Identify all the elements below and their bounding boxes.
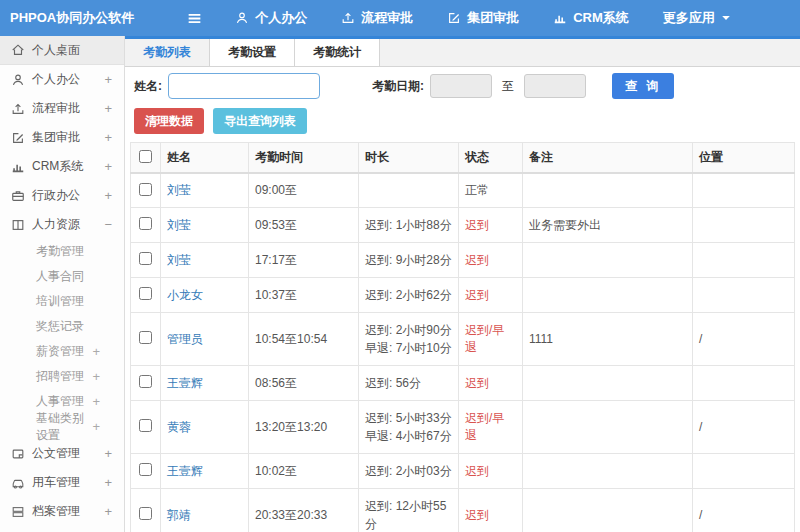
nav-item-more-apps[interactable]: 更多应用 <box>663 9 731 27</box>
top-nav-menu: 个人办公流程审批集团审批CRM系统更多应用 <box>235 9 765 27</box>
employee-name-link[interactable]: 王壹辉 <box>167 464 203 478</box>
sidebar-subitem-training-management[interactable]: 培训管理 <box>0 289 124 314</box>
nav-item-workflow-approval[interactable]: 流程审批 <box>341 9 413 27</box>
duration-cell: 迟到: 5小时33分 早退: 4小时67分 <box>359 401 459 454</box>
sidebar-item-label: 个人办公 <box>32 71 80 88</box>
edit-icon <box>11 131 25 145</box>
name-filter-input[interactable] <box>168 73 320 99</box>
note-cell: 业务需要外出 <box>523 208 693 243</box>
nav-item-personal-office[interactable]: 个人办公 <box>235 9 307 27</box>
employee-name-link[interactable]: 刘莹 <box>167 253 191 267</box>
home-icon <box>11 43 25 57</box>
sidebar-item-label: 个人桌面 <box>32 42 80 59</box>
table-row: 黄蓉13:20至13:20迟到: 5小时33分 早退: 4小时67分迟到/早退/ <box>131 401 795 454</box>
duration-cell: 迟到: 56分 <box>359 366 459 401</box>
menu-toggle-icon[interactable] <box>186 10 203 27</box>
location-cell: / <box>693 313 795 366</box>
date-from-input[interactable] <box>430 74 492 98</box>
name-cell: 小龙女 <box>161 278 249 313</box>
sidebar-subitem-attendance-management[interactable]: 考勤管理 <box>0 239 124 264</box>
sidebar-subitem-personnel-contract[interactable]: 人事合同 <box>0 264 124 289</box>
note-cell <box>523 173 693 208</box>
time-cell: 13:20至13:20 <box>249 401 359 454</box>
name-cell: 郭靖 <box>161 489 249 532</box>
clean-data-button[interactable]: 清理数据 <box>134 108 204 134</box>
employee-name-link[interactable]: 管理员 <box>167 332 203 346</box>
tab-attendance-list[interactable]: 考勤列表 <box>125 39 210 66</box>
sidebar-item-crm-system[interactable]: CRM系统+ <box>0 152 124 181</box>
employee-name-link[interactable]: 刘莹 <box>167 218 191 232</box>
nav-item-crm-system[interactable]: CRM系统 <box>553 9 629 27</box>
row-checkbox[interactable] <box>139 252 152 265</box>
edit-icon <box>447 11 461 25</box>
employee-name-link[interactable]: 郭靖 <box>167 508 191 522</box>
column-header: 考勤时间 <box>249 143 359 174</box>
status-badge: 迟到 <box>465 253 489 267</box>
nav-item-label: 更多应用 <box>663 9 715 27</box>
employee-name-link[interactable]: 刘莹 <box>167 183 191 197</box>
user-icon <box>235 11 249 25</box>
employee-name-link[interactable]: 王壹辉 <box>167 376 203 390</box>
app-brand: PHPOA协同办公软件 <box>0 9 134 27</box>
sidebar: 个人桌面个人办公+流程审批+集团审批+CRM系统+行政办公+人力资源−考勤管理人… <box>0 36 125 532</box>
status-badge: 迟到/早退 <box>465 323 504 354</box>
sidebar-subitem-basic-category-settings[interactable]: 基础类别设置+ <box>0 414 124 439</box>
sidebar-item-personal-desktop[interactable]: 个人桌面 <box>0 36 124 65</box>
search-button[interactable]: 查 询 <box>612 73 674 99</box>
row-checkbox[interactable] <box>139 419 152 432</box>
sidebar-item-archive-management[interactable]: 档案管理+ <box>0 497 124 526</box>
employee-name-link[interactable]: 小龙女 <box>167 288 203 302</box>
row-select-cell <box>131 278 161 313</box>
filter-bar: 姓名: 考勤日期: 至 查 询 <box>125 67 800 105</box>
note-cell <box>523 366 693 401</box>
tab-attendance-setup[interactable]: 考勤设置 <box>210 39 295 66</box>
name-cell: 管理员 <box>161 313 249 366</box>
sidebar-item-admin-office[interactable]: 行政办公+ <box>0 181 124 210</box>
row-checkbox[interactable] <box>139 463 152 476</box>
user-icon <box>11 73 25 87</box>
location-cell: / <box>693 401 795 454</box>
sidebar-subitem-label: 基础类别设置 <box>36 410 92 444</box>
time-cell: 08:56至 <box>249 366 359 401</box>
sidebar-subitem-reward-punishment[interactable]: 奖惩记录 <box>0 314 124 339</box>
row-checkbox[interactable] <box>139 217 152 230</box>
table-row: 王壹辉10:02至迟到: 2小时03分迟到 <box>131 454 795 489</box>
sidebar-item-workflow-approval[interactable]: 流程审批+ <box>0 94 124 123</box>
sidebar-subitem-label: 奖惩记录 <box>36 318 84 335</box>
nav-item-group-approval[interactable]: 集团审批 <box>447 9 519 27</box>
row-checkbox[interactable] <box>139 287 152 300</box>
row-checkbox[interactable] <box>139 183 152 196</box>
status-badge: 迟到 <box>465 508 489 522</box>
sidebar-item-vehicle-management[interactable]: 用车管理+ <box>0 468 124 497</box>
row-checkbox[interactable] <box>139 331 152 344</box>
sidebar-subitem-recruitment-management[interactable]: 招聘管理+ <box>0 364 124 389</box>
row-select-cell <box>131 243 161 278</box>
sidebar-subitem-label: 薪资管理 <box>36 343 84 360</box>
archive-icon <box>11 505 25 519</box>
name-cell: 王壹辉 <box>161 454 249 489</box>
select-all-checkbox[interactable] <box>139 150 152 163</box>
location-cell <box>693 366 795 401</box>
employee-name-link[interactable]: 黄蓉 <box>167 420 191 434</box>
location-cell <box>693 173 795 208</box>
row-checkbox[interactable] <box>139 507 152 520</box>
sidebar-subitem-label: 考勤管理 <box>36 243 84 260</box>
sidebar-item-project-management[interactable]: 项目管理+ <box>0 526 124 532</box>
date-to-input[interactable] <box>524 74 586 98</box>
note-cell <box>523 243 693 278</box>
sidebar-item-group-approval[interactable]: 集团审批+ <box>0 123 124 152</box>
sidebar-item-personal-office[interactable]: 个人办公+ <box>0 65 124 94</box>
doc-icon <box>11 447 25 461</box>
tab-attendance-stats[interactable]: 考勤统计 <box>295 39 380 66</box>
sidebar-subitem-salary-management[interactable]: 薪资管理+ <box>0 339 124 364</box>
row-checkbox[interactable] <box>139 375 152 388</box>
tab-bar: 考勤列表考勤设置考勤统计 <box>125 39 800 67</box>
sidebar-item-human-resources[interactable]: 人力资源− <box>0 210 124 239</box>
export-list-button[interactable]: 导出查询列表 <box>213 108 307 134</box>
name-cell: 刘莹 <box>161 208 249 243</box>
column-header: 状态 <box>459 143 523 174</box>
sidebar-item-label: 流程审批 <box>32 100 80 117</box>
status-cell: 迟到 <box>459 278 523 313</box>
table-row: 刘莹09:53至迟到: 1小时88分迟到业务需要外出 <box>131 208 795 243</box>
date-filter-label: 考勤日期: <box>372 78 424 95</box>
